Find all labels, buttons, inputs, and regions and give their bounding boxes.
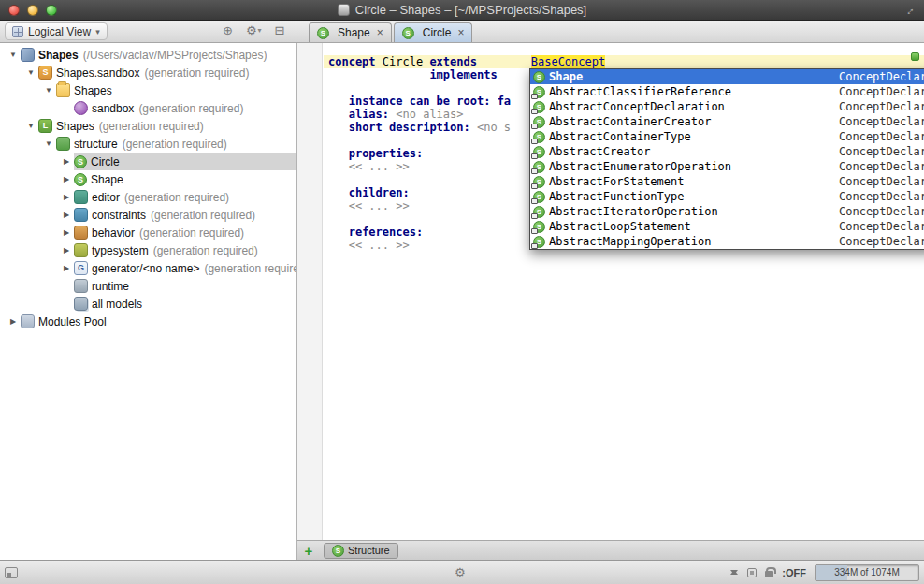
tree-row[interactable]: all models <box>0 295 296 313</box>
tree-item-structure[interactable]: structure(generation required) <box>56 135 296 153</box>
code-segment <box>328 239 349 252</box>
tree-row[interactable]: ▶editor(generation required) <box>0 188 296 206</box>
tree-item-generator-no-name[interactable]: Ggenerator/<no name>(generation required… <box>74 259 296 277</box>
completion-item-abstractforstatement[interactable]: SAbstractForStatementConceptDeclaration <box>530 174 924 189</box>
memory-indicator[interactable]: 334M of 1074M <box>815 564 919 581</box>
tree-row[interactable]: ▼Shapes(/Users/vaclav/MPSProjects/Shapes… <box>0 46 296 64</box>
expand-arrow-icon[interactable]: ▶ <box>59 228 74 237</box>
expand-arrow-icon[interactable]: ▶ <box>59 175 74 183</box>
document-icon <box>338 4 350 16</box>
tree-item-shapes[interactable]: LShapes(generation required) <box>38 117 296 135</box>
tree-item-annotation: (/Users/vaclav/MPSProjects/Shapes) <box>83 49 267 62</box>
tree-item-circle[interactable]: SCircle <box>74 153 296 170</box>
close-icon[interactable]: × <box>457 26 464 39</box>
zoom-button[interactable] <box>46 5 57 16</box>
tree-item-modules-pool[interactable]: Modules Pool <box>21 313 296 330</box>
tree-row[interactable]: ▶Ggenerator/<no name>(generation require… <box>0 259 296 277</box>
completion-item-abstractfunctiontype[interactable]: SAbstractFunctionTypeConceptDeclaration <box>530 189 924 204</box>
code-line-caret[interactable]: concept Circle extends BaseConcept <box>324 55 924 68</box>
completion-item-label: AbstractCreator <box>549 145 650 158</box>
expand-arrow-icon[interactable]: ▶ <box>6 317 21 326</box>
locate-icon[interactable]: ⊕ <box>223 23 233 37</box>
project-tree: ▼Shapes(/Users/vaclav/MPSProjects/Shapes… <box>0 43 296 330</box>
statusbar: ⚙ :OFF 334M of 1074M <box>0 560 924 584</box>
tree-item-runtime[interactable]: runtime <box>74 277 296 295</box>
collapse-all-icon[interactable]: ⊟ <box>275 23 285 37</box>
tree-row[interactable]: ▼Shapes <box>0 81 296 99</box>
tree-row[interactable]: sandbox(generation required) <box>0 99 296 117</box>
tab-label: Shape <box>338 26 370 39</box>
analysis-status-indicator[interactable] <box>911 52 919 61</box>
tree-item-shapes-sandbox[interactable]: SShapes.sandbox(generation required) <box>38 64 296 81</box>
gear-icon[interactable]: ⚙ <box>455 565 466 579</box>
collapse-arrow-icon[interactable]: ▼ <box>41 139 56 148</box>
expand-arrow-icon[interactable]: ▶ <box>59 157 74 166</box>
tree-row[interactable]: ▶SCircle <box>0 153 296 170</box>
completion-item-shape[interactable]: SShapeConceptDeclaration <box>530 69 924 84</box>
tree-item-editor[interactable]: editor(generation required) <box>74 188 296 206</box>
completion-item-abstractloopstatement[interactable]: SAbstractLoopStatementConceptDeclaration <box>530 219 924 234</box>
toolwindow-toggle-icon[interactable] <box>5 567 18 578</box>
scroll-arrows-icon[interactable] <box>730 566 739 578</box>
tree-row[interactable]: ▼LShapes(generation required) <box>0 117 296 135</box>
bottom-tab-structure[interactable]: SStructure <box>324 543 398 559</box>
collapse-arrow-icon[interactable]: ▼ <box>41 86 56 95</box>
tree-item-label: all models <box>92 298 142 311</box>
expand-arrow-icon[interactable]: ▶ <box>59 246 74 255</box>
tab-circle[interactable]: SCircle× <box>394 22 473 42</box>
lock-icon[interactable] <box>765 571 773 577</box>
tree-item-label: Shapes <box>74 84 112 97</box>
tree-item-all-models[interactable]: all models <box>74 295 296 313</box>
selected-cell[interactable]: BaseConcept <box>531 55 605 68</box>
expand-arrow-icon[interactable]: ▶ <box>59 211 74 219</box>
tab-shape[interactable]: SShape× <box>309 22 392 42</box>
tree-row[interactable]: ▶SShape <box>0 170 296 188</box>
close-icon[interactable]: × <box>377 26 383 39</box>
completion-item-abstractconceptdeclaration[interactable]: SAbstractConceptDeclarationConceptDeclar… <box>530 99 924 114</box>
close-button[interactable] <box>8 5 20 16</box>
completion-item-label: AbstractContainerCreator <box>549 115 711 128</box>
highlighting-level-icon[interactable] <box>747 568 757 577</box>
completion-item-abstractcontainercreator[interactable]: SAbstractContainerCreatorConceptDeclarat… <box>530 114 924 129</box>
tree-row[interactable]: ▶behavior(generation required) <box>0 224 296 241</box>
expand-arrow-icon[interactable]: ▶ <box>59 264 74 272</box>
lock-icon <box>531 139 538 144</box>
tree-row[interactable]: ▼structure(generation required) <box>0 135 296 153</box>
tree-row[interactable]: ▶constraints(generation required) <box>0 206 296 224</box>
tree-item-shape[interactable]: SShape <box>74 170 296 188</box>
completion-item-abstractcreator[interactable]: SAbstractCreatorConceptDeclaration <box>530 144 924 159</box>
tree-item-typesystem[interactable]: typesystem(generation required) <box>74 241 296 259</box>
tree-row[interactable]: ▶Modules Pool <box>0 313 296 330</box>
tree-item-sandbox[interactable]: sandbox(generation required) <box>74 99 296 117</box>
concept-icon: S <box>533 116 545 128</box>
tree-row[interactable]: ▶typesystem(generation required) <box>0 241 296 259</box>
completion-item-abstractcontainertype[interactable]: SAbstractContainerTypeConceptDeclaration <box>530 129 924 144</box>
collapse-arrow-icon[interactable]: ▼ <box>23 68 38 77</box>
completion-item-abstractenumeratoroperation[interactable]: SAbstractEnumeratorOperationConceptDecla… <box>530 159 924 174</box>
collapse-arrow-icon[interactable]: ▼ <box>23 122 38 130</box>
completion-item-label: AbstractLoopStatement <box>549 220 691 233</box>
tree-item-shapes[interactable]: Shapes(/Users/vaclav/MPSProjects/Shapes) <box>21 46 296 64</box>
code-segment: children: <box>349 186 410 199</box>
gear-icon[interactable]: ⚙▾ <box>246 23 262 37</box>
view-selector[interactable]: Logical View ▾ <box>5 22 108 40</box>
completion-item-abstractiteratoroperation[interactable]: SAbstractIteratorOperationConceptDeclara… <box>530 204 924 219</box>
add-tab-button[interactable]: + <box>301 543 316 559</box>
power-save-label[interactable]: :OFF <box>782 567 806 578</box>
completion-item-label: AbstractConceptDeclaration <box>549 100 725 113</box>
completion-item-abstractmappingoperation[interactable]: SAbstractMappingOperationConceptDeclarat… <box>530 234 924 249</box>
collapse-arrow-icon[interactable]: ▼ <box>6 51 21 59</box>
completion-item-type: ConceptDeclaration <box>839 115 924 128</box>
tree-row[interactable]: runtime <box>0 277 296 295</box>
completion-item-abstractclassifierreference[interactable]: SAbstractClassifierReferenceConceptDecla… <box>530 84 924 99</box>
tree-item-shapes[interactable]: Shapes <box>56 81 296 99</box>
code-segment: <no alias> <box>396 108 463 121</box>
code-segment <box>328 108 349 121</box>
runtime-icon <box>74 279 88 293</box>
minimize-button[interactable] <box>27 5 38 16</box>
fullscreen-icon[interactable]: ↔ <box>901 2 917 19</box>
tree-row[interactable]: ▼SShapes.sandbox(generation required) <box>0 64 296 81</box>
tree-item-behavior[interactable]: behavior(generation required) <box>74 224 296 241</box>
expand-arrow-icon[interactable]: ▶ <box>59 193 74 201</box>
tree-item-constraints[interactable]: constraints(generation required) <box>74 206 296 224</box>
